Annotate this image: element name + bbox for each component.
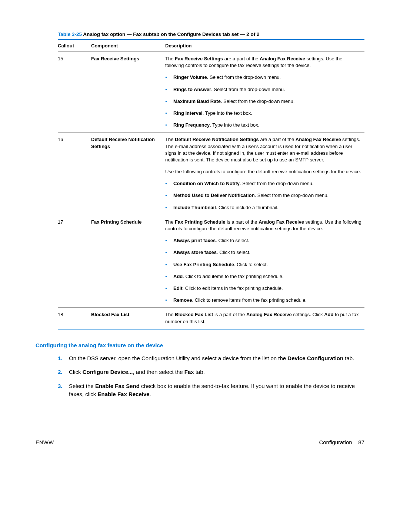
table-title: Analog fax option — Fax subtab on the Co… (82, 31, 260, 37)
callout-cell: 16 (58, 133, 91, 215)
list-item: Always print faxes. Click to select. (165, 237, 361, 244)
description-cell: The Fax Printing Schedule is a part of t… (165, 215, 364, 308)
list-item: Add. Click to add items to the fax print… (165, 273, 361, 280)
list-item: Edit. Click to edit items in the fax pri… (165, 285, 361, 292)
list-item: Method Used to Deliver Notification. Sel… (165, 192, 361, 199)
list-item: Ring Frequency. Type into the text box. (165, 122, 361, 128)
list-item: Always store faxes. Click to select. (165, 249, 361, 256)
table-row: 15 Fax Receive Settings The Fax Receive … (58, 52, 364, 133)
table-number: Table 3-25 (58, 31, 82, 37)
description-cell: The Default Receive Notification Setting… (165, 133, 364, 215)
step-number: 2. (58, 368, 63, 376)
configuration-steps: 1. On the DSS server, open the Configura… (58, 354, 364, 398)
list-item: Use Fax Printing Schedule. Click to sele… (165, 261, 361, 268)
table-row: 16 Default Receive Notification Settings… (58, 133, 364, 215)
page-footer: ENWW Configuration 87 (36, 439, 364, 445)
col-header-component: Component (91, 40, 165, 52)
table-caption: Table 3-25 Analog fax option — Fax subta… (58, 31, 364, 37)
description-cell: The Blocked Fax List is a part of the An… (165, 308, 364, 329)
table-row: 18 Blocked Fax List The Blocked Fax List… (58, 308, 364, 329)
callout-cell: 17 (58, 215, 91, 308)
footer-right: Configuration 87 (319, 439, 364, 445)
list-item: Remove. Click to remove items from the f… (165, 297, 361, 304)
list-item: Maximum Baud Rate. Select from the drop-… (165, 98, 361, 105)
fax-options-table: Callout Component Description 15 Fax Rec… (58, 39, 364, 329)
component-cell: Blocked Fax List (91, 308, 165, 329)
step-number: 1. (58, 354, 63, 362)
step-item: 2. Click Configure Device..., and then s… (58, 368, 364, 376)
list-item: Ringer Volume. Select from the drop-down… (165, 74, 361, 81)
description-cell: The Fax Receive Settings are a part of t… (165, 52, 364, 133)
component-cell: Fax Receive Settings (91, 52, 165, 133)
col-header-description: Description (165, 40, 364, 52)
step-item: 1. On the DSS server, open the Configura… (58, 354, 364, 362)
list-item: Include Thumbnail. Click to include a th… (165, 204, 361, 211)
step-number: 3. (58, 382, 63, 390)
footer-left: ENWW (36, 439, 54, 445)
step-item: 3. Select the Enable Fax Send check box … (58, 382, 364, 398)
list-item: Condition on Which to Notify. Select fro… (165, 180, 361, 187)
callout-cell: 15 (58, 52, 91, 133)
component-cell: Default Receive Notification Settings (91, 133, 165, 215)
col-header-callout: Callout (58, 40, 91, 52)
component-cell: Fax Printing Schedule (91, 215, 165, 308)
list-item: Ring Interval. Type into the text box. (165, 110, 361, 117)
table-row: 17 Fax Printing Schedule The Fax Printin… (58, 215, 364, 308)
section-heading: Configuring the analog fax feature on th… (36, 342, 364, 348)
callout-cell: 18 (58, 308, 91, 329)
list-item: Rings to Answer. Select from the drop-do… (165, 86, 361, 93)
